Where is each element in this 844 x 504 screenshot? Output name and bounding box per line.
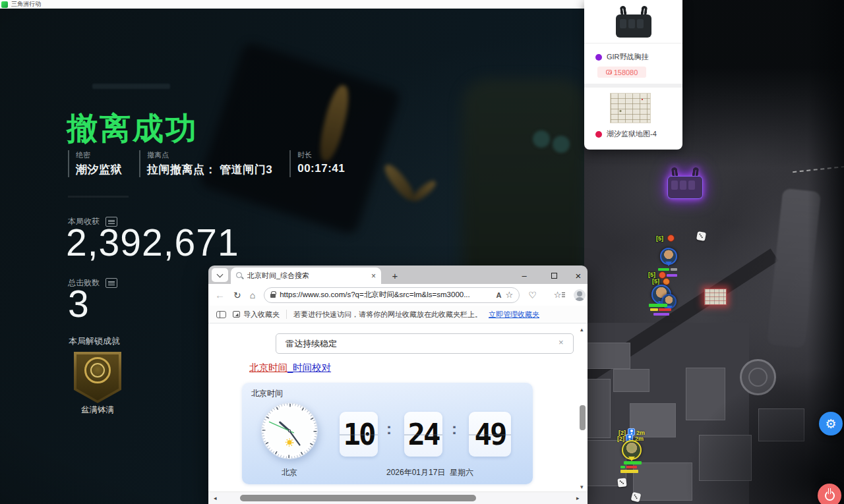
analog-clock [260, 402, 318, 460]
power-icon [825, 491, 835, 501]
item-name-row: 潮汐监狱地图-4 [584, 129, 682, 139]
flip-minutes: 24 [404, 412, 442, 457]
favorite-star-icon[interactable]: ☆ [506, 291, 514, 299]
list-lines-icon [562, 292, 565, 298]
map-building [699, 435, 752, 481]
scroll-left-icon[interactable]: ◂ [214, 495, 217, 501]
panel-divider [584, 84, 682, 88]
tab-actions-menu-button[interactable] [212, 268, 228, 282]
url-text[interactable]: https://www.so.com/s?q=北京时间&src=lm&ls=sm… [280, 290, 492, 300]
achievement-label: 本局解锁成就 [69, 335, 120, 347]
scroll-down-icon[interactable]: ▾ [580, 484, 584, 490]
back-button[interactable]: ← [215, 290, 225, 300]
map-document-image[interactable] [610, 93, 651, 123]
vertical-scrollbar-thumb[interactable] [580, 405, 586, 430]
kills-detail-list-icon[interactable] [106, 278, 117, 288]
game-window-title: 三角洲行动 [11, 0, 41, 9]
result-link-visited[interactable]: 北京时间 [249, 362, 287, 373]
vest-pouches [620, 19, 644, 28]
game-app-icon [1, 1, 8, 8]
overlay-settings-button[interactable]: ⚙ [819, 412, 843, 435]
search-input[interactable] [276, 333, 574, 354]
browser-toolbar: ← ↻ ⌂ https://www.so.com/s?q=北京时间&src=lm… [208, 284, 588, 306]
window-maximize-button[interactable] [543, 268, 564, 283]
map-building [758, 408, 804, 441]
browser-window: 北京时间_综合搜索 × + – × ← ↻ ⌂ https://www.so.c… [208, 266, 588, 504]
clock-widget-header: 北京时间 [251, 388, 283, 399]
overlay-power-button[interactable] [818, 484, 841, 504]
map-building [584, 379, 611, 438]
enemy-dot [667, 235, 675, 242]
horizontal-scrollbar-thumb[interactable] [240, 495, 476, 501]
stat-extract-point: 撤离点 拉闸撤离点： 管道闸门3 [139, 150, 272, 177]
map-item-document-red [704, 289, 727, 305]
flip-hours: 10 [340, 412, 378, 457]
scroll-right-icon[interactable]: ▸ [576, 495, 580, 501]
tab-close-icon[interactable]: × [371, 271, 376, 281]
stat-duration: 时长 00:17:41 [289, 150, 345, 177]
flip-seconds: 49 [469, 412, 511, 457]
lock-icon [270, 294, 276, 298]
health-bar [620, 466, 625, 468]
window-close-button[interactable]: × [568, 268, 588, 283]
stat-label: 绝密 [76, 150, 122, 160]
stat-value: 潮汐监狱 [76, 162, 122, 177]
bookmarks-hint: 若要进行快速访问，请将你的网址收藏放在此收藏夹栏上。 [293, 310, 482, 320]
profile-avatar[interactable] [574, 289, 586, 301]
home-button[interactable]: ⌂ [250, 291, 255, 300]
map-building [613, 369, 649, 392]
bookmarks-bar: 导入收藏夹 若要进行快速访问，请将你的网址收藏放在此收藏夹栏上。 立即管理收藏夹 [208, 306, 588, 323]
team-count-label: [2] [617, 435, 624, 442]
map-building [686, 368, 725, 420]
health-bar [649, 304, 667, 307]
clock-date: 2026年01月17日 星期六 [341, 467, 519, 478]
watermark [92, 84, 170, 89]
horizontal-scrollbar[interactable]: ◂ ▸ [208, 491, 588, 504]
browser-essentials-icon[interactable]: ♡ [528, 291, 537, 300]
map-item-chest-rig-purple [665, 167, 706, 199]
import-label: 导入收藏夹 [243, 310, 280, 320]
search-result-link[interactable]: 北京时间_时间校对 [249, 362, 331, 374]
refresh-button[interactable]: ↻ [233, 291, 241, 300]
stat-map: 绝密 潮汐监狱 [68, 150, 122, 177]
game-window-titlebar[interactable]: 三角洲行动 [0, 0, 584, 9]
armor-bar [620, 470, 638, 473]
beijing-time-clock-widget: 北京时间 北京 10 : 24 : 49 [242, 383, 533, 484]
new-tab-button[interactable]: + [388, 268, 402, 283]
clock-city-label: 北京 [260, 467, 318, 478]
stat-value: 拉闸撤离点： 管道闸门3 [147, 162, 272, 177]
chest-rig-image [613, 6, 654, 38]
health-bar [650, 308, 658, 311]
result-link-rest[interactable]: _时间校对 [287, 362, 331, 373]
window-minimize-button[interactable]: – [514, 268, 535, 283]
health-bar [658, 268, 669, 271]
enemy-dot [663, 278, 670, 285]
currency-icon [606, 70, 612, 74]
item-name: GIR野战胸挂 [607, 52, 649, 62]
manage-favorites-link[interactable]: 立即管理收藏夹 [489, 310, 539, 320]
item-card-chest-rig[interactable] [584, 0, 682, 43]
import-favorites-button[interactable]: 导入收藏夹 [233, 310, 280, 320]
scroll-up-icon[interactable]: ▴ [580, 326, 584, 333]
rarity-dot-purple [595, 54, 602, 61]
stat-label: 撤离点 [147, 150, 272, 160]
sidebar-icon[interactable] [216, 311, 226, 318]
page-content: × 北京时间_时间校对 北京时间 北京 [208, 323, 588, 491]
favorites-list-button[interactable]: ☆ [554, 291, 566, 299]
clock-colon: : [386, 420, 392, 438]
item-name-row: GIR野战胸挂 [584, 52, 682, 62]
teammate-pin [622, 440, 642, 460]
read-aloud-icon[interactable]: A [497, 291, 502, 299]
clear-search-icon[interactable]: × [558, 337, 564, 347]
armor-bar [653, 313, 669, 316]
screen: 撤离成功 绝密 潮汐监狱 撤离点 拉闸撤离点： 管道闸门3 时长 00:17:4… [0, 0, 844, 504]
stat-label: 时长 [297, 150, 345, 160]
vest-pouches [671, 181, 695, 190]
import-icon [233, 311, 240, 318]
tab-title: 北京时间_综合搜索 [247, 271, 367, 281]
dice-icon [617, 478, 626, 487]
health-bar [659, 308, 671, 311]
map-cliff [767, 188, 822, 349]
address-bar[interactable]: https://www.so.com/s?q=北京时间&src=lm&ls=sm… [264, 287, 520, 303]
browser-tab[interactable]: 北京时间_综合搜索 × [231, 267, 381, 284]
